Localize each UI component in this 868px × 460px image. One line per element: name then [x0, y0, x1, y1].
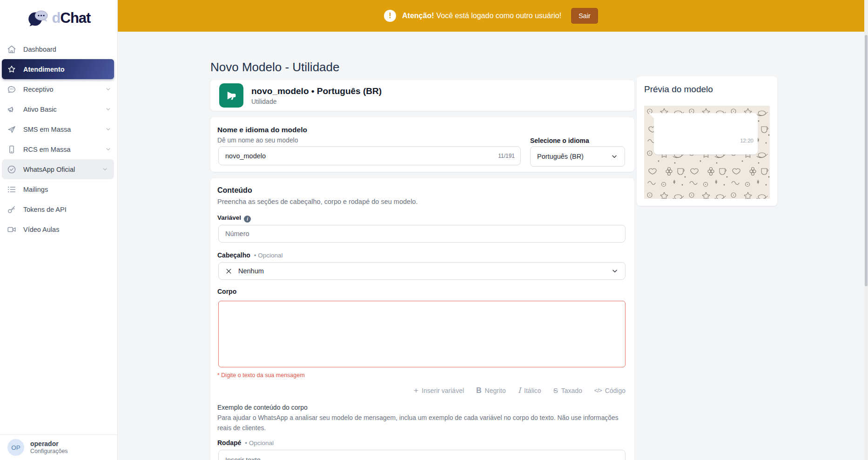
sidebar-item-ativo-basic[interactable]: Ativo Basic [0, 99, 117, 119]
user-settings-link[interactable]: Configurações [30, 448, 68, 455]
variable-label: Variáveli [217, 214, 251, 223]
check-circle-icon [7, 164, 17, 175]
sidebar-item-label: Vídeo Aulas [23, 226, 59, 233]
exclamation-icon: ! [384, 10, 396, 22]
home-icon [7, 44, 17, 54]
avatar: OP [7, 439, 24, 456]
chevron-down-icon [611, 153, 618, 160]
logo-text: dChat [52, 10, 91, 27]
footer-label: Rodapé• Opcional [217, 439, 274, 446]
content-card: Conteúdo Preencha as seções de cabeçalho… [210, 178, 634, 460]
video-camera-icon [7, 224, 17, 235]
plus-icon: + [414, 386, 418, 394]
sidebar-item-label: Ativo Basic [23, 106, 57, 113]
strikethrough-icon: S [553, 387, 558, 394]
italic-icon: I [518, 387, 521, 394]
sidebar-item-label: SMS em Massa [23, 126, 71, 133]
sidebar-nav: Dashboard Atendimento Receptivo Ativo Ba… [0, 39, 117, 239]
template-preview-card: Prévia do modelo [637, 76, 777, 206]
code-button[interactable]: </> Código [594, 387, 626, 394]
sidebar-item-sms-em-massa[interactable]: SMS em Massa [0, 119, 117, 139]
sidebar-item-label: Atendimento [23, 66, 65, 73]
language-label: Selecione o idioma [530, 137, 589, 144]
italic-button[interactable]: I Itálico [518, 387, 541, 394]
chat-bubble-icon [7, 84, 17, 95]
sidebar-item-tokens-de-api[interactable]: Tokens de API [0, 199, 117, 219]
sidebar-item-mailings[interactable]: Mailings [0, 179, 117, 199]
char-counter: 11/191 [498, 153, 515, 159]
megaphone-icon [7, 104, 17, 115]
warning-text: Atenção!Você está logado como outro usuá… [402, 12, 561, 20]
megaphone-icon [219, 83, 243, 108]
insert-variable-button[interactable]: + Inserir variável [414, 386, 464, 394]
content-section-subtitle: Preencha as seções de cabeçalho, corpo e… [217, 198, 417, 205]
chevron-down-icon [105, 146, 112, 154]
sidebar-item-label: RCS em Massa [23, 146, 71, 153]
template-name-field: 11/191 [218, 146, 521, 165]
preview-message-bubble: 12:20 [654, 113, 758, 155]
name-section-title: Nome e idioma do modelo [217, 126, 307, 134]
smartphone-icon [7, 144, 17, 155]
chevron-down-icon [105, 126, 112, 134]
scrollbar-thumb[interactable] [865, 35, 868, 286]
bold-icon: B [476, 387, 482, 394]
chevron-down-icon [105, 86, 112, 94]
list-icon [7, 184, 17, 195]
name-section-subtitle: Dê um nome ao seu modelo [217, 137, 298, 144]
strikethrough-button[interactable]: S Taxado [553, 387, 582, 394]
bold-button[interactable]: B Negrito [476, 387, 506, 394]
body-error-message: * Digite o texto da sua mensagem [217, 372, 305, 379]
sidebar: dChat Dashboard Atendimento Receptivo At… [0, 0, 118, 460]
chevron-down-icon [611, 267, 619, 275]
sidebar-item-label: Mailings [23, 186, 48, 193]
header-select[interactable]: Nenhum [218, 262, 626, 280]
language-select[interactable]: Português (BR) [530, 146, 625, 167]
scrollbar-track[interactable] [864, 0, 868, 460]
preview-title: Prévia do modelo [644, 84, 713, 95]
star-icon [7, 64, 17, 74]
body-textarea[interactable] [218, 301, 626, 367]
key-icon [7, 204, 17, 215]
sidebar-item-atendimento[interactable]: Atendimento [2, 59, 114, 79]
send-icon [7, 124, 17, 135]
variable-field [218, 225, 626, 243]
header-label: Cabeçalho• Opcional [217, 251, 283, 259]
header-value: Nenhum [238, 267, 264, 275]
content-section-title: Conteúdo [217, 186, 252, 195]
sidebar-item-video-aulas[interactable]: Vídeo Aulas [0, 219, 117, 239]
template-name-input[interactable] [224, 152, 494, 160]
user-menu[interactable]: OP operador Configurações [0, 434, 117, 460]
sidebar-item-label: Tokens de API [23, 206, 67, 213]
sidebar-item-rcs-em-massa[interactable]: RCS em Massa [0, 139, 117, 159]
user-name: operador [30, 440, 68, 448]
chevron-down-icon [101, 166, 108, 174]
footer-input[interactable] [224, 456, 619, 460]
sidebar-item-whatsapp-oficial[interactable]: WhatsApp Oficial [2, 159, 114, 179]
message-time: 12:20 [740, 138, 754, 143]
footer-field [218, 450, 626, 460]
sidebar-item-label: WhatsApp Oficial [23, 166, 75, 173]
logout-button[interactable]: Sair [571, 8, 598, 24]
info-icon[interactable]: i [244, 216, 251, 223]
example-description: Para ajudar o WhatsApp a analisar seu mo… [217, 413, 626, 433]
whatsapp-wallpaper: 12:20 [644, 106, 770, 199]
template-category: Utilidade [251, 97, 382, 106]
warning-banner: ! Atenção!Você está logado como outro us… [118, 0, 864, 32]
sidebar-item-dashboard[interactable]: Dashboard [0, 39, 117, 59]
name-language-card: Nome e idioma do modelo Dê um nome ao se… [210, 117, 634, 172]
app-logo[interactable]: dChat [0, 0, 117, 34]
page-title: Novo Modelo - Utilidade [210, 60, 339, 74]
body-label: Corpo [217, 288, 236, 295]
sidebar-item-label: Dashboard [23, 46, 56, 53]
language-value: Português (BR) [537, 153, 584, 160]
sidebar-item-label: Receptivo [23, 86, 53, 93]
variable-input[interactable] [224, 230, 619, 238]
chat-bubbles-logo-icon [27, 8, 50, 28]
template-summary-card: novo_modelo • Português (BR) Utilidade [210, 80, 634, 111]
clear-icon[interactable] [225, 268, 232, 275]
sidebar-item-receptivo[interactable]: Receptivo [0, 79, 117, 99]
template-name-line: novo_modelo • Português (BR) [251, 86, 382, 96]
example-title: Exemplo de conteúdo do corpo [217, 404, 308, 411]
code-icon: </> [594, 387, 602, 393]
chevron-down-icon [105, 106, 112, 114]
